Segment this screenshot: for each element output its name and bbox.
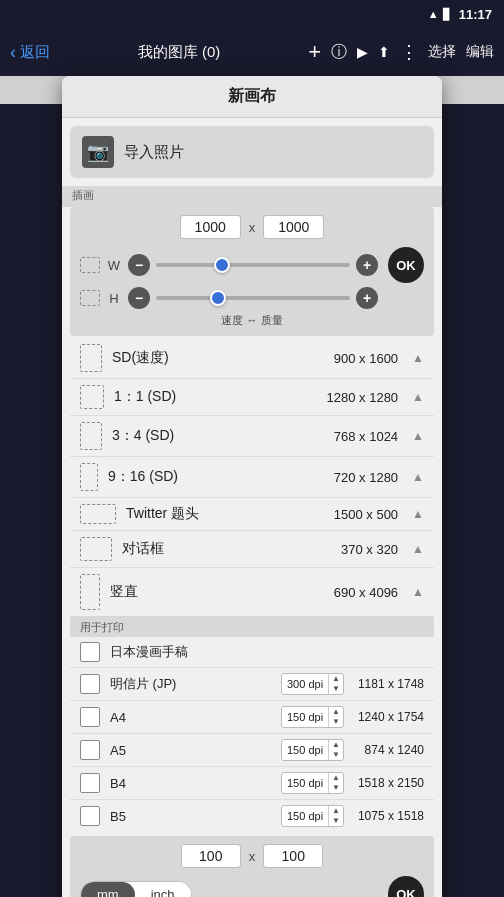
unit-toggle[interactable]: mm inch — [80, 881, 192, 898]
b4-dpi-control[interactable]: 150 dpi ▲ ▼ — [281, 772, 344, 794]
height-slider-row: H − + — [80, 287, 424, 309]
bottom-width-value[interactable]: 100 — [181, 844, 241, 868]
b5-dpi-arrows[interactable]: ▲ ▼ — [328, 806, 343, 826]
preset-1-1-sd[interactable]: 1：1 (SD) 1280 x 1280 ▲ — [70, 379, 434, 416]
preset-thumb-tall — [80, 574, 100, 610]
height-plus-button[interactable]: + — [356, 287, 378, 309]
preset-arrow-1-1: ▲ — [412, 390, 424, 404]
a4-dpi-control[interactable]: 150 dpi ▲ ▼ — [281, 706, 344, 728]
preset-arrow-twitter: ▲ — [412, 507, 424, 521]
postcard-dpi-value: 300 dpi — [282, 677, 328, 691]
b4-dpi-up[interactable]: ▲ — [329, 773, 343, 783]
select-label[interactable]: 选择 — [428, 43, 456, 61]
postcard-dpi-arrows[interactable]: ▲ ▼ — [328, 674, 343, 694]
preset-arrow-vertical: ▲ — [412, 585, 424, 599]
b5-dpi-control[interactable]: 150 dpi ▲ ▼ — [281, 805, 344, 827]
a5-dpi-control[interactable]: 150 dpi ▲ ▼ — [281, 739, 344, 761]
height-thumb-icon — [80, 290, 100, 306]
ok-button[interactable]: OK — [388, 247, 424, 283]
a4-dpi-arrows[interactable]: ▲ ▼ — [328, 707, 343, 727]
new-canvas-modal: 新画布 📷 导入照片 插画 1000 x 1000 W − + OK — [62, 76, 442, 897]
preset-arrow-sd: ▲ — [412, 351, 424, 365]
preset-sd-speed[interactable]: SD(速度) 900 x 1600 ▲ — [70, 338, 434, 379]
preset-thumb-dialog — [80, 537, 112, 561]
a5-dpi-down[interactable]: ▼ — [329, 750, 343, 760]
b5-checkbox[interactable] — [80, 806, 100, 826]
a4-name: A4 — [110, 710, 271, 725]
print-row-a4[interactable]: A4 150 dpi ▲ ▼ 1240 x 1754 — [70, 701, 434, 734]
bottom-height-value[interactable]: 100 — [263, 844, 323, 868]
preset-thumb-9-16 — [80, 463, 98, 491]
nav-back[interactable]: ‹ 返回 — [10, 42, 50, 63]
a5-size: 874 x 1240 — [354, 743, 424, 757]
preset-name-twitter: Twitter 题头 — [126, 505, 324, 523]
manga-checkbox[interactable] — [80, 642, 100, 662]
print-row-a5[interactable]: A5 150 dpi ▲ ▼ 874 x 1240 — [70, 734, 434, 767]
preset-3-4-sd[interactable]: 3：4 (SD) 768 x 1024 ▲ — [70, 416, 434, 457]
a4-dpi-down[interactable]: ▼ — [329, 717, 343, 727]
nav-bar: ‹ 返回 我的图库 (0) + ⓘ ▶ ⬆ ⋮ 选择 编辑 — [0, 28, 504, 76]
import-section[interactable]: 📷 导入照片 — [70, 126, 434, 178]
preset-size-sd: 900 x 1600 — [334, 351, 398, 366]
preset-vertical[interactable]: 竖直 690 x 4096 ▲ — [70, 568, 434, 616]
print-list: 日本漫画手稿 明信片 (JP) 300 dpi ▲ ▼ 1181 x 1748 … — [70, 637, 434, 832]
preset-twitter[interactable]: Twitter 题头 1500 x 500 ▲ — [70, 498, 434, 531]
postcard-name: 明信片 (JP) — [110, 675, 271, 693]
width-minus-button[interactable]: − — [128, 254, 150, 276]
height-slider[interactable] — [156, 296, 350, 300]
preset-thumb-sd — [80, 344, 102, 372]
postcard-dpi-up[interactable]: ▲ — [329, 674, 343, 684]
width-value[interactable]: 1000 — [180, 215, 241, 239]
preset-size-twitter: 1500 x 500 — [334, 507, 398, 522]
print-row-b4[interactable]: B4 150 dpi ▲ ▼ 1518 x 2150 — [70, 767, 434, 800]
preset-arrow-9-16: ▲ — [412, 470, 424, 484]
print-row-postcard[interactable]: 明信片 (JP) 300 dpi ▲ ▼ 1181 x 1748 — [70, 668, 434, 701]
a4-size: 1240 x 1754 — [354, 710, 424, 724]
width-plus-button[interactable]: + — [356, 254, 378, 276]
a5-dpi-arrows[interactable]: ▲ ▼ — [328, 740, 343, 760]
b5-dpi-down[interactable]: ▼ — [329, 816, 343, 826]
h-label: H — [106, 291, 122, 306]
b4-dpi-arrows[interactable]: ▲ ▼ — [328, 773, 343, 793]
speed-quality-label: 速度 ↔ 质量 — [80, 313, 424, 328]
time-display: 11:17 — [459, 7, 492, 22]
play-icon[interactable]: ▶ — [357, 44, 368, 60]
inch-button[interactable]: inch — [135, 882, 191, 898]
preset-dialog[interactable]: 对话框 370 x 320 ▲ — [70, 531, 434, 568]
preset-9-16-sd[interactable]: 9：16 (SD) 720 x 1280 ▲ — [70, 457, 434, 498]
nav-title: 我的图库 (0) — [138, 43, 221, 62]
a4-checkbox[interactable] — [80, 707, 100, 727]
illustration-section-label: 插画 — [62, 186, 442, 207]
back-label[interactable]: 返回 — [20, 43, 50, 62]
bottom-row: mm inch OK — [80, 876, 424, 897]
a4-dpi-up[interactable]: ▲ — [329, 707, 343, 717]
info-icon[interactable]: ⓘ — [331, 42, 347, 63]
b4-checkbox[interactable] — [80, 773, 100, 793]
height-minus-button[interactable]: − — [128, 287, 150, 309]
preset-name-vertical: 竖直 — [110, 583, 324, 601]
print-row-manga[interactable]: 日本漫画手稿 — [70, 637, 434, 668]
a5-checkbox[interactable] — [80, 740, 100, 760]
postcard-size: 1181 x 1748 — [354, 677, 424, 691]
postcard-checkbox[interactable] — [80, 674, 100, 694]
edit-label[interactable]: 编辑 — [466, 43, 494, 61]
share-icon[interactable]: ⬆ — [378, 44, 390, 60]
more-icon[interactable]: ⋮ — [400, 41, 418, 63]
bottom-ok-button[interactable]: OK — [388, 876, 424, 897]
b5-dpi-up[interactable]: ▲ — [329, 806, 343, 816]
preset-thumb-1-1 — [80, 385, 104, 409]
width-slider[interactable] — [156, 263, 350, 267]
b4-dpi-value: 150 dpi — [282, 776, 328, 790]
postcard-dpi-down[interactable]: ▼ — [329, 684, 343, 694]
height-value[interactable]: 1000 — [263, 215, 324, 239]
mm-button[interactable]: mm — [81, 882, 135, 898]
b4-dpi-down[interactable]: ▼ — [329, 783, 343, 793]
a5-name: A5 — [110, 743, 271, 758]
print-row-b5[interactable]: B5 150 dpi ▲ ▼ 1075 x 1518 — [70, 800, 434, 832]
preset-arrow-dialog: ▲ — [412, 542, 424, 556]
a5-dpi-up[interactable]: ▲ — [329, 740, 343, 750]
postcard-dpi-control[interactable]: 300 dpi ▲ ▼ — [281, 673, 344, 695]
modal-title: 新画布 — [228, 87, 276, 104]
w-label: W — [106, 258, 122, 273]
add-icon[interactable]: + — [308, 39, 321, 65]
